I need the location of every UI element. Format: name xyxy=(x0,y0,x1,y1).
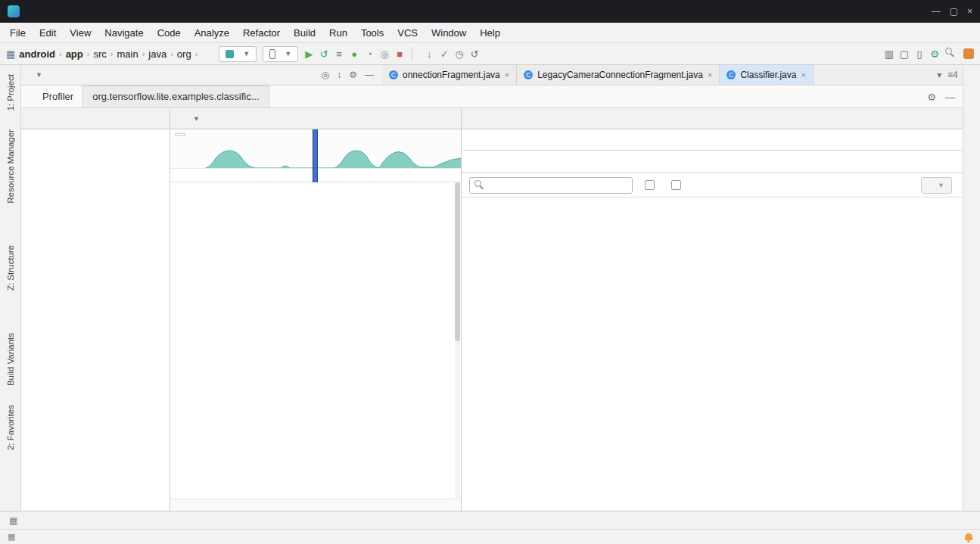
minimize-button[interactable]: — xyxy=(932,6,941,17)
editor-tab[interactable]: C Classifier.java × xyxy=(720,65,813,85)
profiler-content: ▼ xyxy=(21,129,963,511)
sessions-header xyxy=(21,108,170,129)
window-controls: —▢× xyxy=(932,6,972,17)
git-update-button[interactable]: ↓ xyxy=(422,48,437,60)
git-commit-button[interactable]: ✓ xyxy=(437,48,452,60)
locate-file-icon[interactable]: ◎ xyxy=(318,70,333,80)
stop-button[interactable]: ■ xyxy=(392,48,407,60)
close-tab-icon[interactable]: × xyxy=(505,70,509,79)
chevron-right-icon: › xyxy=(167,49,176,58)
hidden-tabs-icon[interactable]: ▾ xyxy=(937,70,941,80)
selection-range-handle[interactable] xyxy=(313,129,318,182)
menu-item[interactable]: File xyxy=(3,27,33,39)
emulator-icon[interactable]: ▢ xyxy=(897,48,912,60)
hide-panel-icon[interactable]: — xyxy=(361,70,378,80)
menu-item[interactable]: Refactor xyxy=(236,27,287,39)
search-field[interactable] xyxy=(469,177,633,194)
project-panel-header: ▼ ◎↕⚙— xyxy=(21,65,382,85)
left-tool-strip: 1: ProjectResource ManagerZ: StructureBu… xyxy=(0,65,21,511)
close-tab-icon[interactable]: × xyxy=(801,70,805,79)
attach-debugger-icon[interactable]: ◎ xyxy=(377,48,392,60)
close-button[interactable]: × xyxy=(967,6,972,17)
app-module-icon xyxy=(226,50,234,58)
menu-bar: FileEditViewNavigateCodeAnalyzeRefactorB… xyxy=(0,23,980,43)
run-config-select[interactable]: ▼ xyxy=(219,46,257,62)
close-tab-icon[interactable]: × xyxy=(708,70,712,79)
tracks-scrollbar[interactable] xyxy=(455,182,460,498)
menu-item[interactable]: Tools xyxy=(354,27,390,39)
breadcrumb-item[interactable]: org› xyxy=(176,48,201,60)
center-column: ▼ ◎↕⚙— C onnectionFragment.java × xyxy=(21,65,963,511)
menu-item[interactable]: Build xyxy=(287,27,322,39)
breadcrumb-item[interactable]: android› xyxy=(18,48,64,60)
match-case-checkbox[interactable] xyxy=(645,180,659,190)
breadcrumb-item[interactable]: main› xyxy=(116,48,148,60)
menu-item[interactable]: Edit xyxy=(33,27,63,39)
analysis-subtab-bar xyxy=(462,151,963,173)
git-history-button[interactable]: ◷ xyxy=(452,48,467,60)
chevron-right-icon: › xyxy=(56,49,65,58)
sdk-manager-icon[interactable]: ⚙ xyxy=(927,48,942,60)
breadcrumb-item[interactable]: java› xyxy=(148,48,176,60)
tool-window-button[interactable]: 2: Favorites xyxy=(6,405,15,450)
app-icon xyxy=(8,5,20,17)
clock-mode-select[interactable]: ▼ xyxy=(921,177,952,194)
profiler-settings-icon[interactable]: ⚙ xyxy=(927,92,936,103)
breadcrumb-item[interactable]: app› xyxy=(65,48,93,60)
class-icon: C xyxy=(726,70,736,79)
tool-window-toggle-icon[interactable]: ▦ xyxy=(8,532,15,542)
selection-controls xyxy=(462,108,963,129)
chevron-right-icon: › xyxy=(107,49,117,58)
chevron-down-icon: ▼ xyxy=(938,182,944,189)
menu-item[interactable]: Code xyxy=(151,27,188,39)
tool-window-button[interactable]: Build Variants xyxy=(6,333,15,386)
scrollbar-thumb[interactable] xyxy=(455,182,460,341)
call-tree-table-wrap xyxy=(462,197,963,511)
breadcrumb-item[interactable]: src› xyxy=(92,48,116,60)
git-actions: ↓✓◷↺ xyxy=(422,48,482,60)
git-rollback-button[interactable]: ↺ xyxy=(467,48,482,60)
notification-bell-icon[interactable] xyxy=(965,533,972,540)
menu-item[interactable]: Analyze xyxy=(188,27,236,39)
search-icon xyxy=(474,180,484,190)
thread-tracks xyxy=(170,182,461,499)
regex-checkbox[interactable] xyxy=(671,180,686,190)
chevron-down-icon: ▼ xyxy=(285,50,291,58)
profiler-tab[interactable]: org.tensorflow.lite.examples.classific..… xyxy=(82,85,269,107)
device-manager-icon[interactable]: ▯ xyxy=(912,48,927,60)
menu-item[interactable]: VCS xyxy=(390,27,425,39)
profile-button[interactable]: ◔ xyxy=(362,48,377,60)
maximize-button[interactable]: ▢ xyxy=(950,6,958,17)
tool-window-switcher-icon[interactable]: ▦ xyxy=(5,515,22,526)
menu-item[interactable]: Run xyxy=(322,27,354,39)
avatar[interactable] xyxy=(963,48,974,59)
editor-tab[interactable]: C LegacyCameraConnectionFragment.java × xyxy=(517,65,720,85)
tab-list-icon[interactable]: ≡4 xyxy=(947,70,958,80)
hide-profiler-icon[interactable]: — xyxy=(945,92,955,103)
debug-button[interactable]: ● xyxy=(347,48,362,60)
toolbar-actions: ▶↺≡●◔◎■ xyxy=(301,48,407,60)
run-button[interactable]: ▶ xyxy=(301,48,316,60)
tool-window-button[interactable]: 1: Project xyxy=(6,74,15,111)
menu-item[interactable]: Window xyxy=(425,27,473,39)
tool-windows-icon[interactable]: ▥ xyxy=(882,48,897,60)
apply-code-changes-button[interactable]: ≡ xyxy=(331,48,347,60)
analysis-panel: ▼ xyxy=(462,129,963,511)
chevron-down-icon: ▼ xyxy=(36,71,42,79)
menu-item[interactable]: Help xyxy=(473,27,507,39)
search-everywhere-icon[interactable] xyxy=(942,48,957,60)
tool-window-button[interactable]: Z: Structure xyxy=(6,245,15,291)
search-input[interactable] xyxy=(489,179,627,191)
apply-changes-button[interactable]: ↺ xyxy=(316,48,331,60)
editor-tab[interactable]: C onnectionFragment.java × xyxy=(382,65,517,85)
title-bar: —▢× xyxy=(0,0,980,23)
profiler-tab[interactable]: Profiler xyxy=(33,86,82,107)
expand-collapse-icon[interactable]: ↕ xyxy=(333,70,345,80)
tool-window-button[interactable]: Resource Manager xyxy=(6,129,15,204)
view-settings-icon[interactable]: ⚙ xyxy=(345,70,361,80)
device-select[interactable]: ▼ xyxy=(263,46,298,62)
menu-item[interactable]: Navigate xyxy=(98,27,150,39)
editor-tab-bar: C onnectionFragment.java × C LegacyCamer… xyxy=(382,65,932,85)
right-tool-strip xyxy=(963,65,980,511)
menu-item[interactable]: View xyxy=(63,27,98,39)
